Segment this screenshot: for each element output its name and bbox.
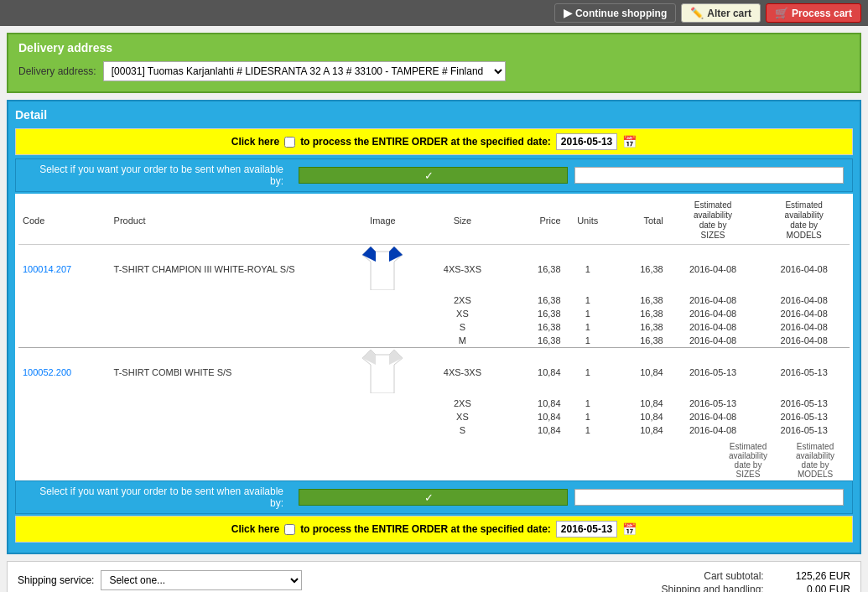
top-avail-check-green[interactable]: ✓: [299, 167, 568, 184]
alter-label: Alter cart: [707, 8, 751, 19]
col-header-estsize: Estimatedavailabilitydate bySIZES: [668, 197, 759, 245]
est-model-date: 2016-05-13: [758, 423, 850, 437]
size-cell: 2XS: [429, 293, 496, 307]
product-image: [337, 245, 429, 294]
product-code-link[interactable]: 100052.200: [23, 367, 71, 377]
table-row: M16,38116,382016-04-082016-04-08: [18, 334, 850, 348]
est-size-date: 2016-04-08: [668, 320, 759, 334]
size-cell: XS: [429, 307, 496, 320]
total-cell: 16,38: [611, 245, 668, 294]
total-cell: 10,84: [611, 410, 668, 423]
units-cell: 1: [565, 423, 611, 437]
shipping-select[interactable]: Select one...: [101, 570, 302, 590]
product-image: [337, 334, 429, 348]
product-code-link[interactable]: 100014.207: [23, 264, 71, 274]
total-cell: 10,84: [611, 423, 668, 437]
bottom-est-models-label: Estimatedavailabilitydate byMODELS: [782, 442, 849, 479]
est-model-date: 2016-05-13: [758, 348, 850, 397]
shipping-row: Shipping service: Select one...: [18, 570, 302, 590]
shipping-label: Shipping service:: [18, 574, 94, 586]
table-row: S10,84110,842016-04-082016-05-13: [18, 423, 850, 437]
top-avail-check-empty[interactable]: [574, 167, 844, 184]
units-cell: 1: [565, 334, 611, 348]
process-label: Process cart: [792, 8, 852, 19]
bottom-avail-check-empty[interactable]: [574, 489, 844, 506]
price-cell: 16,38: [496, 334, 564, 348]
est-size-date: 2016-04-08: [668, 410, 759, 423]
top-banner-checkbox[interactable]: [284, 137, 295, 148]
est-size-date: 2016-04-08: [668, 423, 759, 437]
process-icon: 🛒: [775, 7, 788, 19]
top-avail-text: Select if you want your order to be sent…: [24, 164, 292, 187]
col-header-product: Product: [110, 197, 338, 245]
size-cell: M: [429, 334, 496, 348]
total-cell: 10,84: [611, 348, 668, 397]
top-banner-middle: to process the ENTIRE ORDER at the speci…: [300, 136, 551, 148]
cart-table-container: Code Product Image Size Price Units Tota…: [15, 194, 853, 440]
size-cell: XS: [429, 410, 496, 423]
detail-section: Detail Click here to process the ENTIRE …: [7, 100, 861, 554]
est-model-date: 2016-04-08: [758, 334, 850, 348]
total-cell: 16,38: [611, 320, 668, 334]
bottom-banner-middle: to process the ENTIRE ORDER at the speci…: [300, 523, 551, 535]
table-row: S16,38116,382016-04-082016-04-08: [18, 320, 850, 334]
alter-cart-button[interactable]: ✏️ Alter cart: [681, 3, 761, 23]
table-row: 100014.207T-SHIRT CHAMPION III WHITE-ROY…: [18, 245, 850, 294]
footer-section: Shipping service: Select one... Cart sub…: [7, 561, 861, 592]
price-cell: 10,84: [496, 348, 564, 397]
bottom-calendar-icon[interactable]: 📅: [622, 522, 637, 536]
table-row: 100052.200T-SHIRT COMBI WHITE S/S 4XS-3X…: [18, 348, 850, 397]
bottom-banner-checkbox[interactable]: [284, 524, 295, 535]
alter-icon: ✏️: [690, 7, 704, 19]
delivery-label: Delivery address:: [18, 65, 96, 77]
price-cell: 16,38: [496, 320, 564, 334]
est-size-date: 2016-05-13: [668, 348, 759, 397]
totals-block: Cart subtotal: 125,26 EUR Shipping and h…: [662, 570, 850, 592]
est-model-date: 2016-05-13: [758, 397, 850, 410]
col-header-image: Image: [337, 197, 429, 245]
col-header-size: Size: [429, 197, 496, 245]
process-cart-button[interactable]: 🛒 Process cart: [766, 3, 861, 23]
continue-shopping-button[interactable]: ▶ Continue shopping: [554, 3, 676, 23]
price-cell: 16,38: [496, 293, 564, 307]
table-row: XS10,84110,842016-04-082016-05-13: [18, 410, 850, 423]
shipping-handling-row: Shipping and handling: 0,00 EUR: [662, 584, 850, 592]
table-row: XS16,38116,382016-04-082016-04-08: [18, 307, 850, 320]
col-header-estmodel: Estimatedavailabilitydate byMODELS: [758, 197, 850, 245]
top-banner-date: 2016-05-13: [556, 133, 617, 150]
top-bar: ▶ Continue shopping ✏️ Alter cart 🛒 Proc…: [0, 0, 868, 26]
col-header-units: Units: [565, 197, 611, 245]
est-model-date: 2016-04-08: [758, 320, 850, 334]
shipping-handling-label: Shipping and handling:: [662, 584, 764, 592]
top-banner-prefix: Click here: [231, 136, 279, 148]
bottom-avail-banner: Select if you want your order to be sent…: [15, 480, 853, 514]
bottom-yellow-banner: Click here to process the ENTIRE ORDER a…: [15, 516, 853, 543]
product-image: [337, 423, 429, 437]
bottom-avail-check-green[interactable]: ✓: [299, 489, 568, 506]
top-calendar-icon[interactable]: 📅: [622, 135, 637, 148]
total-cell: 16,38: [611, 334, 668, 348]
subtotal-value: 125,26 EUR: [767, 570, 850, 582]
subtotal-label: Cart subtotal:: [704, 570, 763, 582]
bottom-banner-prefix: Click here: [231, 523, 279, 535]
units-cell: 1: [565, 245, 611, 294]
delivery-address-select[interactable]: [00031] Tuomas Karjanlahti # LIDESRANTA …: [103, 61, 506, 81]
bottom-est-sizes-label: Estimatedavailabilitydate bySIZES: [715, 442, 782, 479]
size-cell: 2XS: [429, 397, 496, 410]
product-name: T-SHIRT COMBI WHITE S/S: [110, 348, 338, 397]
price-cell: 10,84: [496, 397, 564, 410]
est-model-date: 2016-04-08: [758, 245, 850, 294]
total-cell: 16,38: [611, 293, 668, 307]
est-size-date: 2016-05-13: [668, 397, 759, 410]
cart-table: Code Product Image Size Price Units Tota…: [18, 197, 850, 437]
col-header-price: Price: [496, 197, 564, 245]
col-header-code: Code: [18, 197, 110, 245]
table-row: 2XS16,38116,382016-04-082016-04-08: [18, 293, 850, 307]
product-image: [337, 397, 429, 410]
delivery-section: Delivery address Delivery address: [0003…: [7, 33, 861, 93]
continue-label: Continue shopping: [575, 8, 667, 19]
table-row: 2XS10,84110,842016-05-132016-05-13: [18, 397, 850, 410]
units-cell: 1: [565, 410, 611, 423]
size-cell: 4XS-3XS: [429, 348, 496, 397]
bottom-avail-text: Select if you want your order to be sent…: [24, 486, 292, 509]
